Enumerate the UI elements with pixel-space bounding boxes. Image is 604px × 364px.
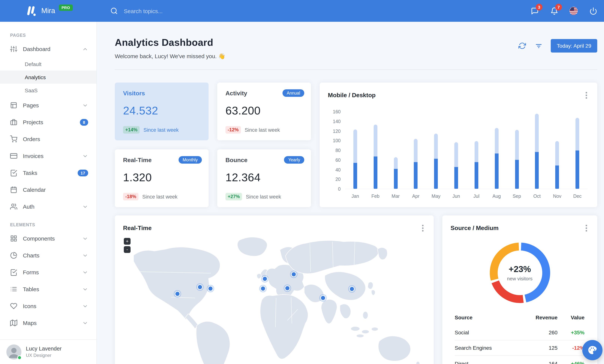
us-flag-icon [569,7,578,15]
zoom-out-button[interactable]: - [124,246,131,253]
stat-card-real-time: Real-Time Monthly 1.320 -18% Since last … [115,149,209,207]
messages-button[interactable]: 3 [527,3,542,19]
sidebar-section-label: PAGES [0,33,96,38]
sidebar-item-projects[interactable]: Projects8 [0,114,96,131]
filter-button[interactable] [534,41,543,50]
refresh-button[interactable] [518,41,527,50]
calendar-icon [10,186,17,193]
bar-may [434,134,438,189]
palette-icon [588,345,597,355]
period-badge[interactable]: Monthly [178,156,202,163]
sidebar-subitem-default[interactable]: Default [0,57,96,71]
avatar [6,344,21,359]
donut-card-title: Source / Medium [451,225,499,232]
delta-badge: -12% [226,126,241,134]
sidebar-item-icons[interactable]: Icons [0,298,96,314]
chevron-down-icon [82,252,88,258]
sidebar-item-orders[interactable]: Orders [0,131,96,148]
global-search [110,7,228,15]
search-input[interactable] [123,7,228,14]
logout-button[interactable] [585,3,601,19]
chevron-down-icon [82,303,88,309]
map-marker [350,287,354,291]
chart-menu-button[interactable] [584,90,589,100]
page-header: Analytics Dashboard Welcome back, Lucy! … [115,36,597,60]
x-tick-label: Dec [573,194,581,199]
sidebar-item-calendar[interactable]: Calendar [0,181,96,198]
x-tick-label: Jul [473,194,479,199]
map-menu-button[interactable] [420,223,426,233]
sidebar-item-label: Tables [23,286,39,292]
bar-dec [576,118,579,189]
stat-footer: -12% Since last week [226,126,280,134]
sidebar-item-auth[interactable]: Auth [0,198,96,215]
welcome-message: Welcome back, Lucy! We've missed you. 👋 [115,53,225,60]
language-button[interactable] [566,3,581,19]
bar-oct [535,114,539,189]
theme-settings-fab[interactable] [582,340,603,360]
sidebar-item-components[interactable]: Components [0,230,96,247]
sidebar-item-pages[interactable]: Pages [0,97,96,114]
y-tick-label: 160 [333,109,341,114]
donut-slice-social [521,247,546,299]
bar-jun [454,142,458,189]
zoom-in-button[interactable]: + [124,238,131,245]
pie-chart-icon [10,252,17,259]
stat-card-bounce: Bounce Yearly 12.364 +27% Since last wee… [217,149,311,207]
y-tick-label: 120 [333,128,341,134]
sidebar-item-forms[interactable]: Forms [0,264,96,281]
x-tick-label: Aug [492,194,501,199]
source-menu-button[interactable] [584,223,589,233]
x-tick-label: May [432,194,440,199]
chevron-down-icon [82,236,88,241]
chevron-up-icon [82,46,88,52]
sidebar-item-label: Tasks [23,170,37,176]
world-map[interactable] [115,234,434,364]
sidebar-subitem-analytics[interactable]: Analytics [0,71,96,84]
x-tick-label: Apr [412,194,419,199]
x-tick-label: Sep [513,194,521,199]
map-marker [175,292,179,296]
source-table: Source Revenue Value Social 260 +35% Sea… [455,310,584,364]
sidebar-item-invoices[interactable]: Invoices [0,148,96,164]
stat-caption: Since last week [245,127,280,133]
y-tick-label: 20 [335,177,341,182]
today-button[interactable]: Today: April 29 [551,39,597,52]
sidebar-item-tasks[interactable]: Tasks17 [0,164,96,181]
sidebar-badge: 8 [80,119,88,126]
sidebar-item-dashboard[interactable]: Dashboard [0,40,96,57]
sidebar-item-charts[interactable]: Charts [0,247,96,264]
period-badge[interactable]: Yearly [284,156,304,163]
sidebar-item-maps[interactable]: Maps [0,314,96,331]
brand-name: Mira [41,5,55,16]
period-badge[interactable]: Annual [282,89,304,97]
sidebar-item-label: Icons [23,303,36,309]
sidebar-user[interactable]: Lucy Lavender UX Designer [0,339,96,364]
sidebar-item-label: Pages [23,102,39,108]
plot-area [345,112,588,189]
messages-count-badge: 3 [536,4,542,11]
notifications-button[interactable]: 7 [546,3,562,19]
bar-nov [555,141,559,189]
x-tick-label: Oct [533,194,541,199]
user-role: UX Designer [26,353,62,358]
stats-grid: Visitors 24.532 +14% Since last week Act… [115,83,311,207]
stat-title: Visitors [123,90,200,97]
stat-footer: +27% Since last week [226,193,281,201]
y-tick-label: 60 [335,157,341,163]
x-axis: JanFebMarAprMayJunJulAugSepOctNovDec [345,194,588,199]
brand[interactable]: Mira PRO [0,5,97,16]
check-square-icon [10,269,17,276]
table-row: Direct 164 +46% [455,356,584,364]
app: Mira PRO 3 7 PAGESDashboardDefaul [0,0,604,364]
y-axis: 020406080100120140160 [328,112,341,189]
sidebar-item-tables[interactable]: Tables [0,281,96,298]
sidebar-section-label: ELEMENTS [0,223,96,227]
sliders-icon [10,45,17,52]
sidebar-subitem-saas[interactable]: SaaS [0,84,96,97]
stat-footer: +14% Since last week [123,126,178,134]
source-medium-card: Source / Medium +23% new visitors Source… [442,215,597,364]
y-tick-label: 140 [333,119,341,124]
users-icon [10,203,17,210]
search-icon [110,7,118,15]
